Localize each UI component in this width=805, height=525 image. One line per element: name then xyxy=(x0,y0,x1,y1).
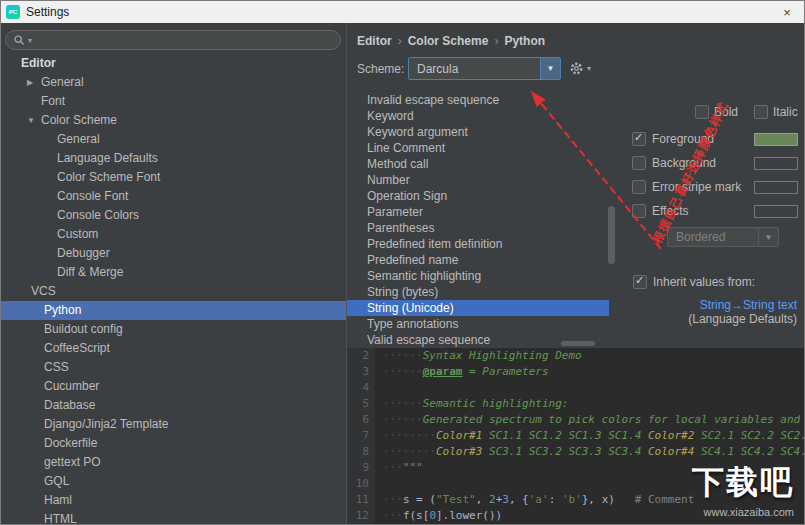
sidebar-item-gettext-po[interactable]: gettext PO xyxy=(1,453,346,472)
inherit-source-link[interactable]: String→String text xyxy=(631,298,797,312)
inherit-option: Inherit values from: xyxy=(633,275,755,289)
color-swatch[interactable] xyxy=(754,133,798,146)
sidebar-item-django-jinja2-template[interactable]: Django/Jinja2 Template xyxy=(1,415,346,434)
element-list: Invalid escape sequenceKeywordKeyword ar… xyxy=(347,92,609,350)
sidebar-item-diff-merge[interactable]: Diff & Merge xyxy=(1,263,346,282)
settings-search[interactable]: ▾ xyxy=(5,30,341,50)
settings-window: PC Settings × ▾ Editor▶GeneralFont▼Color… xyxy=(0,0,805,525)
code-text: ········Color#1 SC1.1 SC1.2 SC1.3 SC1.4 … xyxy=(375,428,804,444)
window-title: Settings xyxy=(26,5,69,19)
element-item-parentheses[interactable]: Parentheses xyxy=(347,220,609,236)
element-item-semantic-highlighting[interactable]: Semantic highlighting xyxy=(347,268,609,284)
element-item-line-comment[interactable]: Line Comment xyxy=(347,140,609,156)
code-text: ······Generated spectrum to pick colors … xyxy=(375,412,804,428)
error-stripe-mark-checkbox[interactable] xyxy=(632,180,646,194)
element-item-predefined-name[interactable]: Predefined name xyxy=(347,252,609,268)
sidebar-item-vcs[interactable]: VCS xyxy=(1,282,346,301)
bold-checkbox[interactable] xyxy=(695,105,709,119)
sidebar-item-gql[interactable]: GQL xyxy=(1,472,346,491)
element-item-invalid-escape-sequence[interactable]: Invalid escape sequence xyxy=(347,92,609,108)
gear-icon xyxy=(569,61,584,76)
element-item-operation-sign[interactable]: Operation Sign xyxy=(347,188,609,204)
close-icon[interactable]: × xyxy=(770,1,804,23)
horizontal-scrollbar-thumb[interactable] xyxy=(561,341,595,346)
vertical-scrollbar-thumb[interactable] xyxy=(608,206,615,264)
option-label: Foreground xyxy=(652,132,754,146)
background-checkbox[interactable] xyxy=(632,156,646,170)
code-line: 8········Color#3 SC3.1 SC3.2 SC3.3 SC3.4… xyxy=(347,444,804,460)
element-item-keyword-argument[interactable]: Keyword argument xyxy=(347,124,609,140)
sidebar-item-label: Debugger xyxy=(57,246,110,260)
code-line: 11···s = ("Test", 2+3, {'a': 'b'}, x) # … xyxy=(347,492,804,508)
sidebar-item-css[interactable]: CSS xyxy=(1,358,346,377)
sidebar-item-font[interactable]: Font xyxy=(1,92,346,111)
code-line: 5······Semantic highlighting: xyxy=(347,396,804,412)
foreground-checkbox[interactable] xyxy=(632,132,646,146)
italic-checkbox[interactable] xyxy=(754,105,768,119)
sidebar-item-buildout-config[interactable]: Buildout config xyxy=(1,320,346,339)
sidebar-item-label: GQL xyxy=(44,474,69,488)
search-history-arrow-icon[interactable]: ▾ xyxy=(28,36,32,45)
sidebar-item-haml[interactable]: Haml xyxy=(1,491,346,510)
sidebar-item-custom[interactable]: Custom xyxy=(1,225,346,244)
sidebar-item-label: Font xyxy=(41,94,65,108)
element-item-string-bytes[interactable]: String (bytes) xyxy=(347,284,609,300)
sidebar-item-console-colors[interactable]: Console Colors xyxy=(1,206,346,225)
sidebar-item-database[interactable]: Database xyxy=(1,396,346,415)
inherit-label: Inherit values from: xyxy=(653,275,755,289)
scheme-actions-button[interactable]: ▾ xyxy=(569,61,591,76)
sidebar-item-label: CSS xyxy=(44,360,69,374)
sidebar-item-color-scheme[interactable]: ▼Color Scheme xyxy=(1,111,346,130)
sidebar-item-language-defaults[interactable]: Language Defaults xyxy=(1,149,346,168)
effects-style-dropdown[interactable]: Bordered ▼ xyxy=(667,227,779,247)
titlebar: PC Settings × xyxy=(1,1,804,23)
element-item-predefined-item-definition[interactable]: Predefined item definition xyxy=(347,236,609,252)
chevron-down-icon[interactable]: ▼ xyxy=(540,58,560,79)
line-number: 11 xyxy=(347,492,375,508)
scheme-combobox[interactable]: Darcula ▼ xyxy=(408,57,561,80)
sidebar-item-label: Cucumber xyxy=(44,379,99,393)
color-swatch[interactable] xyxy=(754,205,798,218)
sidebar-item-dockerfile[interactable]: Dockerfile xyxy=(1,434,346,453)
breadcrumb-segment-editor[interactable]: Editor xyxy=(357,34,392,48)
sidebar-item-label: Buildout config xyxy=(44,322,123,336)
sidebar-item-console-font[interactable]: Console Font xyxy=(1,187,346,206)
element-item-keyword[interactable]: Keyword xyxy=(347,108,609,124)
scheme-label: Scheme: xyxy=(357,62,404,76)
inherit-source-subtext: (Language Defaults) xyxy=(631,312,797,326)
code-line: 12···f(s[0].lower()) xyxy=(347,508,804,524)
breadcrumb-separator: › xyxy=(398,34,402,48)
italic-label: Italic xyxy=(773,105,798,119)
breadcrumb-segment-python[interactable]: Python xyxy=(504,34,545,48)
line-number: 10 xyxy=(347,476,375,492)
sidebar-item-label: Database xyxy=(44,398,95,412)
inherit-checkbox[interactable] xyxy=(633,275,647,289)
breadcrumb-segment-color-scheme[interactable]: Color Scheme xyxy=(408,34,489,48)
sidebar-item-html[interactable]: HTML xyxy=(1,510,346,524)
sidebar-item-editor[interactable]: Editor xyxy=(1,54,346,73)
sidebar-item-python[interactable]: Python xyxy=(1,301,346,320)
element-item-string-unicode[interactable]: String (Unicode) xyxy=(347,300,609,316)
bold-label: Bold xyxy=(714,105,738,119)
element-item-method-call[interactable]: Method call xyxy=(347,156,609,172)
sidebar-item-coffeescript[interactable]: CoffeeScript xyxy=(1,339,346,358)
chevron-right-icon[interactable]: ▶ xyxy=(27,73,41,92)
chevron-down-icon: ▼ xyxy=(758,228,778,246)
color-swatch[interactable] xyxy=(754,157,798,170)
sidebar-item-debugger[interactable]: Debugger xyxy=(1,244,346,263)
sidebar-item-color-scheme-font[interactable]: Color Scheme Font xyxy=(1,168,346,187)
color-swatch[interactable] xyxy=(754,181,798,194)
sidebar-item-general[interactable]: ▶General xyxy=(1,73,346,92)
search-input[interactable] xyxy=(35,32,332,48)
element-item-parameter[interactable]: Parameter xyxy=(347,204,609,220)
sidebar-item-label: Dockerfile xyxy=(44,436,97,450)
effects-checkbox[interactable] xyxy=(632,204,646,218)
code-line: 2······Syntax Highlighting Demo xyxy=(347,348,804,364)
line-number: 6 xyxy=(347,412,375,428)
sidebar-item-cucumber[interactable]: Cucumber xyxy=(1,377,346,396)
element-item-number[interactable]: Number xyxy=(347,172,609,188)
breadcrumb-separator: › xyxy=(494,34,498,48)
sidebar-item-general[interactable]: General xyxy=(1,130,346,149)
chevron-down-icon[interactable]: ▼ xyxy=(27,111,41,130)
element-item-type-annotations[interactable]: Type annotations xyxy=(347,316,609,332)
